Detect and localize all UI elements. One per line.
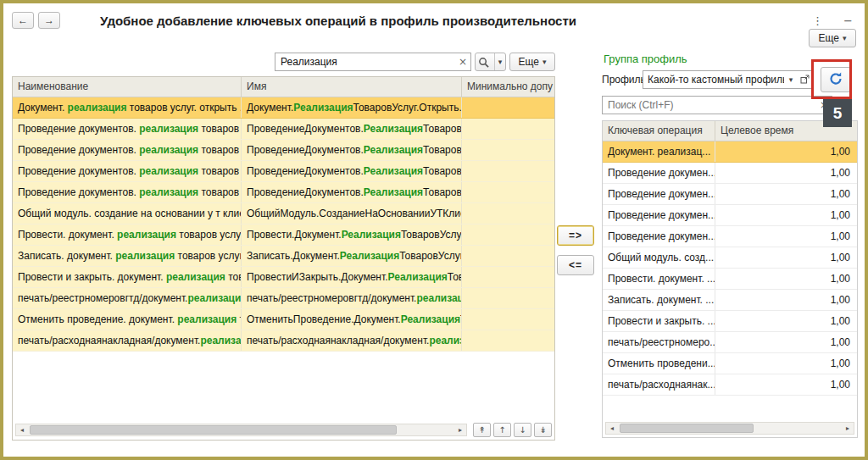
time-cell: 1,00 [715,247,857,268]
column-header-id[interactable]: Имя [242,77,462,97]
table-row[interactable]: печать/реестрномеро...1,00 [603,332,857,353]
minimize-icon[interactable]: − [843,14,853,27]
refresh-button[interactable] [821,67,851,92]
operations-search-box: × [275,53,471,71]
next-row-button[interactable]: ↓ [514,423,531,437]
table-row[interactable]: Общий модуль. создание на основании у т … [13,203,554,224]
table-row[interactable]: Провести и закрыть. документ. реализация… [13,267,554,288]
table-row[interactable]: Проведение документов. реализация товаро… [13,119,554,140]
more-button-top-label: Еще [819,32,839,44]
table-row[interactable]: Проведение документов. реализация товаро… [13,161,554,182]
table-row[interactable]: Провести и закрыть. ...1,00 [603,311,857,332]
table-row[interactable]: печать/реестрномеровгтд/документ.реализа… [13,288,554,309]
profile-label: Профиль: [602,74,643,86]
operations-table-header: Наименование Имя Минимально допу [13,77,554,97]
table-row[interactable]: печать/расходнаянакладная/документ.реали… [13,330,554,352]
move-from-profile-button[interactable]: <= [557,255,594,275]
table-row[interactable]: Проведение докумен...1,00 [603,226,857,247]
profile-table-footer: ◂ ▸ [605,422,854,435]
time-cell: 1,00 [715,184,857,204]
scrollbar-track[interactable] [28,424,454,435]
search-button[interactable]: ▾ [475,53,506,71]
chevron-down-icon[interactable]: ▾ [498,58,503,66]
right-table-body: Документ. реализац...1,00Проведение доку… [603,141,857,396]
table-row[interactable]: Записать. документ. ...1,00 [603,290,857,311]
column-header-name[interactable]: Наименование [13,77,242,97]
operations-toolbar: × ▾ Еще ▾ [12,53,555,71]
id-cell: Провести.Документ.РеализацияТоваровУслуг… [242,224,462,245]
min-time-cell [462,140,554,160]
profile-combobox[interactable]: Какой-то кастомный профиль ▾ [643,70,812,89]
scrollbar-thumb[interactable] [30,425,397,435]
min-time-cell [462,161,554,181]
go-last-icon: ↡ [539,425,546,435]
scroll-right-icon[interactable]: ▸ [842,424,854,432]
min-time-cell [462,97,554,118]
go-to-first-row-button[interactable]: ↟ [473,423,491,437]
forward-button[interactable]: → [38,12,60,29]
table-row[interactable]: Проведение докумен...1,00 [603,205,857,226]
scroll-left-icon[interactable]: ◂ [16,426,28,434]
time-cell: 1,00 [715,332,857,352]
back-button[interactable]: ← [12,12,34,29]
titlebar: ← → Удобное добавление ключевых операций… [3,3,865,31]
table-empty-area [603,396,857,420]
time-cell: 1,00 [715,163,857,183]
profile-search-input[interactable] [603,99,816,111]
id-cell: ОтменитьПроведение.Документ.РеализацияТ.… [242,309,462,330]
table-row[interactable]: печать/расходнаянак...1,00 [603,374,857,396]
operations-table-footer: ◂ ▸ ↟ ↑ ↓ ↡ [15,423,552,437]
table-row[interactable]: Отменить проведение. документ. реализаци… [13,309,554,330]
scroll-left-icon[interactable]: ◂ [606,424,618,432]
name-cell: Документ. реализация товаров услуг. откр… [13,97,242,118]
table-row[interactable]: Общий модуль. созд...1,00 [603,247,857,269]
profile-panel: Группа профиль Профиль: Какой-то кастомн… [602,53,858,438]
right-horizontal-scrollbar[interactable]: ◂ ▸ [605,422,854,435]
table-row[interactable]: Записать. документ. реализация товаров у… [13,246,554,267]
table-row[interactable]: Отменить проведени...1,00 [603,353,857,374]
id-cell: ПровестиИЗакрыть.Документ.РеализацияТов.… [242,267,462,287]
table-row[interactable]: Проведение документов. реализация товаро… [13,140,554,161]
more-button-left[interactable]: Еще ▾ [509,53,555,71]
scrollbar-thumb[interactable] [620,424,754,433]
row-navigation-buttons: ↟ ↑ ↓ ↡ [473,423,552,437]
column-header-key-operation[interactable]: Ключевая операция [603,121,715,141]
previous-row-button[interactable]: ↑ [493,423,511,437]
scroll-right-icon[interactable]: ▸ [454,426,466,434]
more-button-top[interactable]: Еще ▾ [809,29,856,47]
table-row[interactable]: Документ. реализация товаров услуг. откр… [13,97,554,119]
open-link-icon [800,74,810,86]
id-cell: ПроведениеДокументов.РеализацияТоваровУ.… [242,119,462,139]
table-row[interactable]: Проведение докумен...1,00 [603,163,857,184]
table-row[interactable]: Проведение документов. реализация товаро… [13,182,554,203]
scrollbar-track[interactable] [618,423,842,434]
profile-table: Ключевая операция Целевое время Документ… [602,120,858,438]
left-horizontal-scrollbar[interactable]: ◂ ▸ [15,424,467,436]
move-to-profile-button[interactable]: => [557,225,594,246]
min-time-cell [462,203,554,224]
operation-cell: Проведение докумен... [603,184,715,204]
time-cell: 1,00 [715,226,857,247]
min-time-cell [462,288,554,308]
profile-group-title: Группа профиль [602,53,858,65]
operations-table: Наименование Имя Минимально допу Докумен… [12,76,555,441]
more-menu-icon[interactable]: ⋮ [812,14,823,27]
table-row[interactable]: Документ. реализац...1,00 [603,141,857,163]
chevron-down-icon: ▾ [789,75,793,84]
table-row[interactable]: Провести. документ. ...1,00 [603,269,857,290]
table-row[interactable]: Проведение докумен...1,00 [603,184,857,205]
column-header-min-time[interactable]: Минимально допу [462,77,554,97]
profile-search-row: × [602,96,858,114]
operation-cell: Отменить проведени... [603,353,715,374]
operations-search-input[interactable] [275,56,455,68]
min-time-cell [462,182,554,202]
operation-cell: Провести. документ. ... [603,269,715,289]
id-cell: Документ.РеализацияТоваровУслуг.Открыть.… [242,97,462,118]
go-to-last-row-button[interactable]: ↡ [534,423,552,437]
profile-open-button[interactable] [798,71,811,88]
name-cell: Общий модуль. создание на основании у т … [13,203,242,224]
table-row[interactable]: Провести. документ. реализация товаров у… [13,224,554,246]
profile-dropdown-button[interactable]: ▾ [784,71,798,88]
clear-search-icon[interactable]: × [455,56,470,68]
profile-row: Профиль: Какой-то кастомный профиль ▾ [602,69,858,90]
